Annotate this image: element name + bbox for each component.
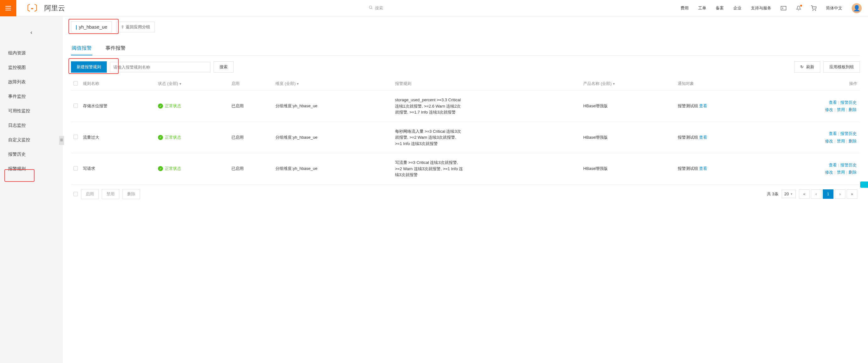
- action-view[interactable]: 查看: [829, 100, 837, 105]
- row-checkbox[interactable]: [73, 104, 78, 108]
- action-history[interactable]: 报警历史: [840, 131, 857, 136]
- group-name-box[interactable]: | yh_hbase_ue: [71, 21, 112, 32]
- action-delete[interactable]: 删除: [848, 170, 857, 174]
- sidebar-item-faults[interactable]: 故障列表: [0, 75, 63, 89]
- action-view[interactable]: 查看: [829, 163, 837, 167]
- view-notify-link[interactable]: 查看: [699, 135, 707, 140]
- feedback-tab[interactable]: 联系我们: [860, 182, 868, 188]
- nav-ticket[interactable]: 工单: [698, 5, 706, 11]
- pager-first[interactable]: «: [799, 189, 810, 199]
- status-text: 正常状态: [165, 166, 181, 171]
- cell-dimension: 分组维度:yh_hbase_ue: [273, 91, 392, 122]
- tabs: 阈值报警 事件报警: [71, 42, 860, 56]
- global-search[interactable]: 搜索: [369, 5, 383, 11]
- avatar[interactable]: 👤: [852, 3, 862, 13]
- cell-rule-text: 写流量 >=3 Critical 连续3次就报警, >=2 Warn 连续3次就…: [393, 153, 581, 185]
- apply-template-button[interactable]: 应用模板到组: [824, 61, 860, 73]
- batch-enable-button[interactable]: 启用: [81, 189, 99, 199]
- action-modify[interactable]: 修改: [825, 170, 833, 174]
- view-notify-link[interactable]: 查看: [699, 166, 707, 171]
- status-text: 正常状态: [165, 103, 181, 109]
- nav-support[interactable]: 支持与服务: [751, 5, 771, 11]
- footer-select-all-checkbox[interactable]: [73, 192, 78, 196]
- action-view[interactable]: 查看: [829, 131, 837, 136]
- pager-prev[interactable]: ‹: [811, 189, 822, 199]
- tab-threshold[interactable]: 阈值报警: [71, 42, 92, 55]
- total-count: 共 3条: [767, 191, 778, 197]
- view-notify-link[interactable]: 查看: [699, 104, 707, 108]
- cell-rule-name: 存储水位报警: [81, 91, 155, 122]
- sidebar-item-availability[interactable]: 可用性监控: [0, 104, 63, 118]
- batch-delete-button[interactable]: 删除: [122, 189, 140, 199]
- logo[interactable]: 〔-〕 阿里云: [16, 2, 71, 13]
- check-icon: ✓: [158, 104, 163, 109]
- nav-enterprise[interactable]: 企业: [733, 5, 741, 11]
- pager-last[interactable]: »: [847, 189, 857, 199]
- row-checkbox[interactable]: [73, 166, 78, 170]
- sidebar-item-logs[interactable]: 日志监控: [0, 118, 63, 133]
- refresh-icon: ↻: [800, 64, 804, 69]
- cell-enabled: 已启用: [229, 153, 273, 185]
- col-dimension[interactable]: 维度 (全部)▼: [273, 77, 392, 91]
- cell-actions: 查看|报警历史 修改|禁用|删除: [764, 122, 860, 153]
- cell-status: ✓ 正常状态: [155, 153, 229, 185]
- sidebar-item-rules[interactable]: 报警规则: [0, 162, 63, 176]
- sidebar-item-custom[interactable]: 自定义监控: [0, 133, 63, 147]
- cell-dimension: 分组维度:yh_hbase_ue: [273, 153, 392, 185]
- cell-actions: 查看|报警历史 修改|禁用|删除: [764, 153, 860, 185]
- page-size-select[interactable]: 20 ▼: [782, 190, 796, 198]
- cell-status: ✓ 正常状态: [155, 91, 229, 122]
- action-disable[interactable]: 禁用: [837, 170, 845, 174]
- action-disable[interactable]: 禁用: [837, 107, 845, 112]
- col-notify: 通知对象: [675, 77, 764, 91]
- notification-icon[interactable]: [796, 5, 801, 11]
- cell-dimension: 分组维度:yh_hbase_ue: [273, 122, 392, 153]
- action-modify[interactable]: 修改: [825, 139, 833, 143]
- page-size-value: 20: [784, 192, 789, 196]
- action-modify[interactable]: 修改: [825, 107, 833, 112]
- cell-rule-text: 每秒网络流入量 >=3 Critical 连续3次就报警, >=2 Warn 连…: [393, 122, 581, 153]
- cell-product: HBase增强版: [581, 91, 675, 122]
- pager-page-1[interactable]: 1: [823, 189, 833, 199]
- sidebar-item-resources[interactable]: 组内资源: [0, 46, 63, 60]
- batch-disable-button[interactable]: 禁用: [102, 189, 119, 199]
- action-history[interactable]: 报警历史: [840, 100, 857, 105]
- table-row: 流量过大 ✓ 正常状态 已启用 分组维度:yh_hbase_ue 每秒网络流入量…: [71, 122, 860, 153]
- language-selector[interactable]: 简体中文: [826, 5, 842, 11]
- table-row: 写请求 ✓ 正常状态 已启用 分组维度:yh_hbase_ue 写流量 >=3 …: [71, 153, 860, 185]
- col-status[interactable]: 状态 (全部)▼: [155, 77, 229, 91]
- console-icon[interactable]: [781, 5, 786, 11]
- select-all-checkbox[interactable]: [73, 81, 78, 86]
- chevron-down-icon: ▼: [296, 82, 299, 86]
- pager-next[interactable]: ›: [835, 189, 845, 199]
- search-button[interactable]: 搜索: [214, 61, 234, 73]
- table-row: 存储水位报警 ✓ 正常状态 已启用 分组维度:yh_hbase_ue stora…: [71, 91, 860, 122]
- cart-icon[interactable]: [811, 5, 816, 11]
- col-product[interactable]: 产品名称 (全部)▼: [581, 77, 675, 91]
- top-nav: 费用 工单 备案 企业 支持与服务 简体中文 👤: [681, 3, 868, 13]
- check-icon: ✓: [158, 166, 163, 171]
- sidebar-item-monitor[interactable]: 监控视图: [0, 60, 63, 75]
- search-icon: [369, 5, 373, 11]
- tab-event[interactable]: 事件报警: [105, 42, 126, 55]
- nav-billing[interactable]: 费用: [681, 5, 689, 11]
- sidebar-item-events[interactable]: 事件监控: [0, 89, 63, 104]
- sidebar: 组内资源 监控视图 故障列表 事件监控 可用性监控 日志监控 自定义监控 报警历…: [0, 16, 63, 363]
- row-checkbox[interactable]: [73, 135, 78, 139]
- hamburger-menu[interactable]: [0, 0, 16, 16]
- action-disable[interactable]: 禁用: [837, 139, 845, 143]
- rule-search-input[interactable]: [110, 62, 210, 72]
- back-to-groups-button[interactable]: ⇧ 返回应用分组: [116, 22, 155, 32]
- action-history[interactable]: 报警历史: [840, 163, 857, 167]
- chevron-down-icon: ▼: [179, 82, 182, 86]
- svg-line-1: [372, 8, 372, 9]
- sidebar-back[interactable]: [0, 26, 63, 46]
- sidebar-item-history[interactable]: 报警历史: [0, 147, 63, 162]
- nav-icp[interactable]: 备案: [716, 5, 724, 11]
- new-rule-button[interactable]: 新建报警规则: [71, 61, 107, 73]
- action-delete[interactable]: 删除: [848, 107, 857, 112]
- cell-rule-name: 流量过大: [81, 122, 155, 153]
- sidebar-collapse-icon[interactable]: [59, 136, 64, 145]
- refresh-button[interactable]: ↻ 刷新: [794, 61, 820, 73]
- action-delete[interactable]: 删除: [848, 139, 857, 143]
